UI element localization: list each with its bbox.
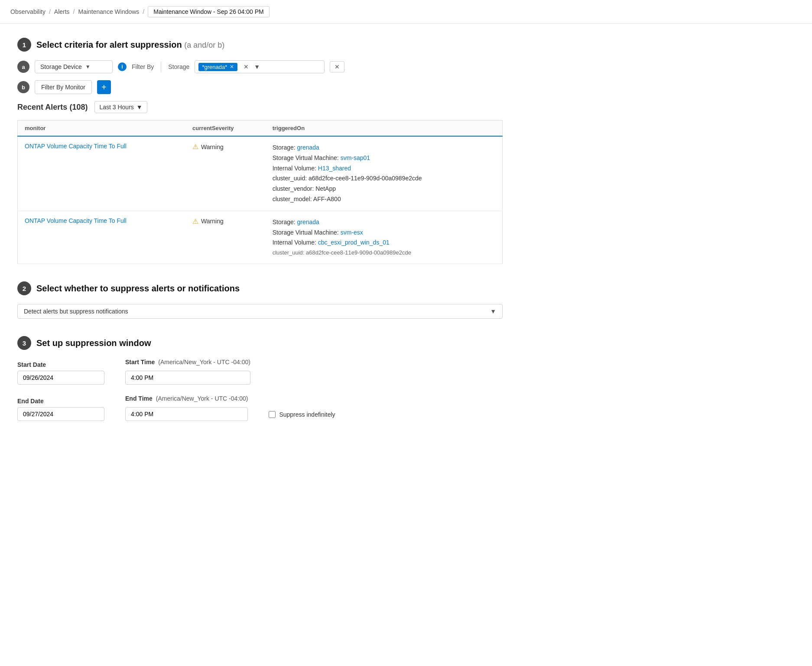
end-date-group: End Date bbox=[17, 398, 104, 421]
storage-link-1[interactable]: grenada bbox=[297, 144, 319, 151]
col-severity: currentSeverity bbox=[185, 121, 266, 137]
tag-close-icon[interactable]: ✕ bbox=[230, 64, 234, 70]
main-content: 1 Select criteria for alert suppression … bbox=[0, 24, 520, 452]
start-date-group: Start Date bbox=[17, 361, 104, 385]
start-date-label: Start Date bbox=[17, 361, 104, 368]
tag-input-area[interactable]: *grenada* ✕ ✕ ▼ bbox=[195, 60, 325, 73]
warning-icon-2: ⚠ bbox=[192, 217, 198, 225]
storage-link-2[interactable]: grenada bbox=[297, 219, 319, 225]
breadcrumb-maintenance-windows[interactable]: Maintenance Windows bbox=[78, 8, 140, 15]
start-time-label: Start Time bbox=[125, 359, 155, 366]
add-filter-btn[interactable]: + bbox=[97, 80, 111, 94]
breadcrumb-sep-2: / bbox=[73, 8, 75, 15]
severity-value-2: Warning bbox=[201, 218, 224, 225]
criteria-row-a: a Storage Device ▼ i Filter By Storage *… bbox=[17, 60, 503, 73]
end-date-input[interactable] bbox=[17, 407, 104, 421]
section-2: 2 Select whether to suppress alerts or n… bbox=[17, 281, 503, 319]
suppress-indefinitely-label: Suppress indefinitely bbox=[279, 411, 335, 418]
section-1-subtitle: (a and/or b) bbox=[184, 41, 224, 49]
end-date-label: End Date bbox=[17, 398, 104, 405]
tag-value: *grenada* bbox=[202, 64, 227, 70]
section-3-title: Set up suppression window bbox=[36, 338, 151, 348]
alerts-table: monitor currentSeverity triggeredOn ONTA… bbox=[17, 120, 503, 264]
monitor-link-1[interactable]: ONTAP Volume Capacity Time To Full bbox=[25, 143, 127, 150]
filter-by-monitor-btn[interactable]: Filter By Monitor bbox=[35, 80, 92, 94]
section-3: 3 Set up suppression window Start Date S… bbox=[17, 336, 503, 421]
filter-divider bbox=[161, 62, 161, 72]
severity-cell-2: ⚠ Warning bbox=[185, 211, 266, 264]
monitor-cell-2: ONTAP Volume Capacity Time To Full bbox=[18, 211, 186, 264]
breadcrumb-sep-3: / bbox=[143, 8, 144, 15]
table-header-row: monitor currentSeverity triggeredOn bbox=[18, 121, 503, 137]
triggered-cell-1: Storage: grenada Storage Virtual Machine… bbox=[266, 136, 503, 211]
recent-alerts-header: Recent Alerts (108) Last 3 Hours ▼ bbox=[17, 101, 503, 113]
end-timezone: (America/New_York - UTC -04:00) bbox=[156, 395, 248, 402]
breadcrumb-alerts[interactable]: Alerts bbox=[54, 8, 70, 15]
svm-link-1[interactable]: svm-sap01 bbox=[341, 154, 370, 161]
section-3-number: 3 bbox=[17, 336, 31, 350]
device-type-dropdown[interactable]: Storage Device ▼ bbox=[35, 60, 113, 73]
section-1-title: Select criteria for alert suppression (a… bbox=[36, 40, 224, 50]
tag-dropdown-btn[interactable]: ▼ bbox=[252, 62, 262, 71]
label-a: a bbox=[17, 61, 29, 73]
section-2-number: 2 bbox=[17, 281, 31, 295]
section-1-number: 1 bbox=[17, 38, 31, 52]
storage-label: Storage bbox=[168, 63, 189, 70]
suppress-indefinitely-checkbox[interactable] bbox=[269, 411, 276, 418]
truncated-line: cluster_uuid: a68d2fce-cee8-11e9-909d-00… bbox=[273, 248, 495, 258]
tag-clear-btn[interactable]: ✕ bbox=[242, 62, 250, 71]
time-range-value: Last 3 Hours bbox=[99, 104, 133, 111]
start-time-input[interactable] bbox=[125, 371, 250, 385]
monitor-link-2[interactable]: ONTAP Volume Capacity Time To Full bbox=[25, 217, 127, 224]
start-time-group: Start Time (America/New_York - UTC -04:0… bbox=[125, 359, 250, 385]
col-monitor: monitor bbox=[18, 121, 186, 137]
device-dropdown-arrow: ▼ bbox=[85, 64, 91, 70]
end-time-label: End Time bbox=[125, 395, 153, 402]
end-time-input[interactable] bbox=[125, 407, 248, 421]
end-time-group: End Time (America/New_York - UTC -04:00) bbox=[125, 395, 248, 421]
section-2-title: Select whether to suppress alerts or not… bbox=[36, 284, 240, 294]
start-date-input[interactable] bbox=[17, 371, 104, 385]
warning-icon-1: ⚠ bbox=[192, 143, 198, 151]
filter-by-label: Filter By bbox=[132, 63, 154, 70]
col-triggered: triggeredOn bbox=[266, 121, 503, 137]
table-row: ONTAP Volume Capacity Time To Full ⚠ War… bbox=[18, 136, 503, 211]
time-range-arrow: ▼ bbox=[136, 104, 143, 111]
severity-value-1: Warning bbox=[201, 144, 224, 150]
device-type-value: Storage Device bbox=[40, 63, 82, 70]
suppress-arrow: ▼ bbox=[490, 308, 496, 315]
svm-link-2[interactable]: svm-esx bbox=[341, 229, 363, 236]
end-date-row: End Date End Time (America/New_York - UT… bbox=[17, 395, 503, 421]
label-b: b bbox=[17, 81, 29, 93]
table-row: ONTAP Volume Capacity Time To Full ⚠ War… bbox=[18, 211, 503, 264]
breadcrumb: Observability / Alerts / Maintenance Win… bbox=[0, 0, 812, 24]
suppress-dropdown[interactable]: Detect alerts but suppress notifications… bbox=[17, 304, 503, 319]
section-3-header: 3 Set up suppression window bbox=[17, 336, 503, 350]
section-2-header: 2 Select whether to suppress alerts or n… bbox=[17, 281, 503, 295]
suppress-value: Detect alerts but suppress notifications bbox=[24, 308, 128, 315]
triggered-cell-2: Storage: grenada Storage Virtual Machine… bbox=[266, 211, 503, 264]
vol-link-2[interactable]: cbc_esxi_prod_win_ds_01 bbox=[318, 239, 390, 246]
section-1: 1 Select criteria for alert suppression … bbox=[17, 38, 503, 264]
breadcrumb-sep-1: / bbox=[49, 8, 51, 15]
start-timezone: (America/New_York - UTC -04:00) bbox=[158, 359, 250, 366]
vol-link-1[interactable]: H13_shared bbox=[318, 165, 351, 172]
breadcrumb-observability[interactable]: Observability bbox=[10, 8, 45, 15]
info-icon[interactable]: i bbox=[118, 62, 127, 71]
time-range-dropdown[interactable]: Last 3 Hours ▼ bbox=[94, 101, 147, 113]
breadcrumb-current: Maintenance Window - Sep 26 04:00 PM bbox=[148, 6, 269, 17]
recent-alerts-title: Recent Alerts (108) bbox=[17, 103, 88, 112]
section-1-header: 1 Select criteria for alert suppression … bbox=[17, 38, 503, 52]
tag-actions: ✕ ▼ bbox=[242, 62, 262, 71]
suppress-indefinitely-row: Suppress indefinitely bbox=[269, 411, 335, 421]
tag-outer-clear-btn[interactable]: ✕ bbox=[330, 61, 344, 72]
criteria-row-b: b Filter By Monitor + bbox=[17, 80, 503, 94]
severity-cell-1: ⚠ Warning bbox=[185, 136, 266, 211]
monitor-cell-1: ONTAP Volume Capacity Time To Full bbox=[18, 136, 186, 211]
tag-grenada: *grenada* ✕ bbox=[198, 63, 237, 71]
start-date-row: Start Date Start Time (America/New_York … bbox=[17, 359, 503, 385]
